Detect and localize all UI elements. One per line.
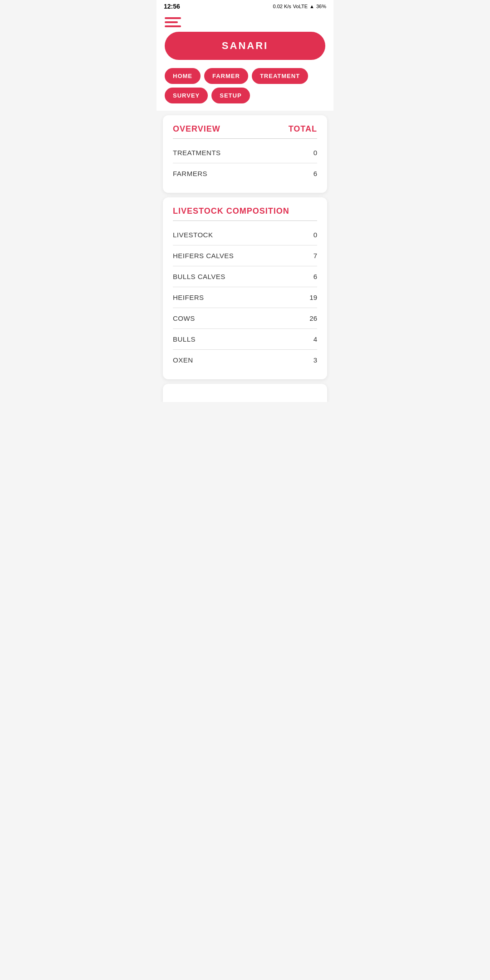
hamburger-line-2 <box>165 21 178 23</box>
hamburger-line-3 <box>165 25 181 27</box>
heifers-label: HEIFERS <box>173 294 204 301</box>
battery-icon: 36% <box>316 4 326 9</box>
cows-label: COWS <box>173 314 195 322</box>
app-title-button[interactable]: SANARI <box>165 32 325 60</box>
treatments-label: TREATMENTS <box>173 149 221 157</box>
livestock-header: LIVESTOCK COMPOSITION <box>173 206 317 216</box>
livestock-value: 0 <box>314 231 317 239</box>
tab-survey[interactable]: SURVEY <box>165 88 208 103</box>
farmers-label: FARMERS <box>173 170 207 177</box>
livestock-divider <box>173 220 317 221</box>
overview-header: OVERVIEW TOTAL <box>173 124 317 134</box>
heifers-calves-value: 7 <box>314 252 317 260</box>
status-bar: 12:56 0.02 K/s VoLTE ▲ 36% <box>157 0 333 13</box>
treatments-value: 0 <box>314 149 317 157</box>
tab-farmer[interactable]: FARMER <box>204 68 248 84</box>
livestock-row-bulls-calves: BULLS CALVES 6 <box>173 266 317 287</box>
bulls-calves-value: 6 <box>314 273 317 280</box>
bulls-value: 4 <box>314 335 317 343</box>
overview-row-treatments: TREATMENTS 0 <box>173 142 317 163</box>
overview-row-farmers: FARMERS 6 <box>173 163 317 184</box>
app-title-container: SANARI <box>157 32 333 66</box>
livestock-card: LIVESTOCK COMPOSITION LIVESTOCK 0 HEIFER… <box>163 197 327 379</box>
overview-card: OVERVIEW TOTAL TREATMENTS 0 FARMERS 6 <box>163 115 327 193</box>
livestock-row-heifers: HEIFERS 19 <box>173 287 317 308</box>
livestock-title: LIVESTOCK COMPOSITION <box>173 206 289 216</box>
farmers-value: 6 <box>314 170 317 177</box>
status-right: 0.02 K/s VoLTE ▲ 36% <box>273 4 327 9</box>
cows-value: 26 <box>309 314 317 322</box>
tab-home[interactable]: HOME <box>165 68 201 84</box>
hamburger-menu-container <box>157 13 333 32</box>
livestock-row-livestock: LIVESTOCK 0 <box>173 225 317 245</box>
tab-treatment[interactable]: TREATMENT <box>252 68 308 84</box>
hamburger-button[interactable] <box>165 17 181 27</box>
partial-card <box>163 384 327 402</box>
status-time: 12:56 <box>164 3 180 10</box>
livestock-row-oxen: OXEN 3 <box>173 350 317 370</box>
overview-title: OVERVIEW <box>173 124 220 134</box>
livestock-row-bulls: BULLS 4 <box>173 329 317 350</box>
oxen-value: 3 <box>314 356 317 364</box>
livestock-row-heifers-calves: HEIFERS CALVES 7 <box>173 245 317 266</box>
bulls-label: BULLS <box>173 335 196 343</box>
status-network: 0.02 K/s <box>273 4 291 9</box>
oxen-label: OXEN <box>173 356 193 364</box>
heifers-calves-label: HEIFERS CALVES <box>173 252 234 260</box>
hamburger-line-1 <box>165 17 181 19</box>
heifers-value: 19 <box>309 294 317 301</box>
livestock-label: LIVESTOCK <box>173 231 213 239</box>
overview-total-label: TOTAL <box>289 124 317 134</box>
livestock-row-cows: COWS 26 <box>173 308 317 329</box>
signal-icon: ▲ <box>309 4 314 9</box>
bulls-calves-label: BULLS CALVES <box>173 273 225 280</box>
tab-setup[interactable]: SETUP <box>211 88 250 103</box>
nav-tabs: HOME FARMER TREATMENT SURVEY SETUP <box>157 66 333 111</box>
volte-icon: VoLTE <box>293 4 308 9</box>
overview-divider <box>173 138 317 139</box>
